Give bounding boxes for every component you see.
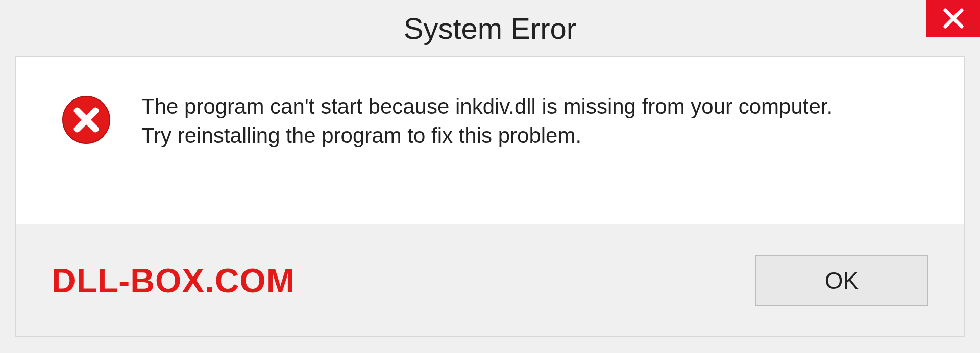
error-message-line2: Try reinstalling the program to fix this… xyxy=(141,121,832,150)
error-icon xyxy=(62,95,111,144)
ok-button[interactable]: OK xyxy=(755,255,928,306)
error-message: The program can't start because inkdiv.d… xyxy=(141,92,832,150)
watermark-text: DLL-BOX.COM xyxy=(52,261,295,300)
close-button[interactable] xyxy=(926,0,980,37)
dialog-body: The program can't start because inkdiv.d… xyxy=(15,56,965,224)
dialog-footer: DLL-BOX.COM OK xyxy=(15,224,965,337)
error-message-line1: The program can't start because inkdiv.d… xyxy=(141,92,832,121)
close-icon xyxy=(942,7,965,30)
dialog-title: System Error xyxy=(404,11,576,45)
titlebar: System Error xyxy=(0,0,980,56)
